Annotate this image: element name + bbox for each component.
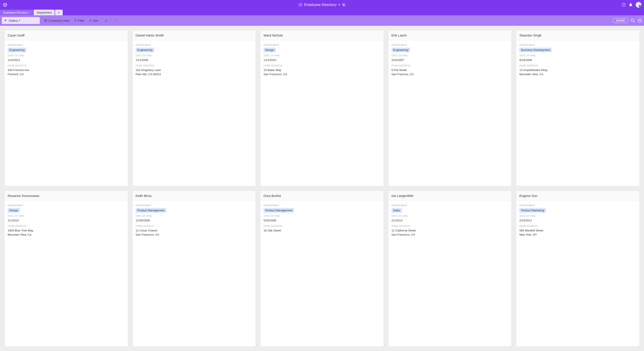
help-icon[interactable]: ? [622,3,626,7]
field-date-of-hire: DATE OF HIRE 2/1/2013 [4,213,128,223]
field-label: DATE OF HIRE [8,215,125,217]
card-body: DEPARTMENT Product Management DATE OF HI… [260,201,384,237]
field-label: HOME ADDRESS [8,225,125,227]
field-label: DATE OF HIRE [136,215,253,217]
field-department: DEPARTMENT Business Development [516,42,640,52]
field-label: HOME ADDRESS [136,65,253,67]
field-date-of-hire: DATE OF HIRE 2/15/2012 [516,213,640,223]
field-department: DEPARTMENT Product Management [132,202,256,213]
record-card[interactable]: Ward Nichols DEPARTMENT Design DATE OF H… [260,30,384,186]
field-value: 2/1/2013 [392,219,508,223]
app-logo[interactable] [2,3,8,7]
field-value: 12/30/2006 [136,219,253,223]
field-date-of-hire: DATE OF HIRE 1/11/2005 [132,52,256,62]
record-card[interactable]: Dora Burket DEPARTMENT Product Managemen… [260,191,384,347]
info-icon[interactable]: i [342,3,346,7]
chevron-down-icon [338,4,340,6]
field-value: 192 Kingsbury Lane Palo Alto, CA 94323 [136,68,253,77]
tab-employee-directory[interactable]: Employee Directory ▾ [0,10,33,15]
history-icon[interactable] [638,18,642,23]
field-value: 12 Cesar Chavez San Francisco, CA [136,229,253,237]
card-body: DEPARTMENT Product Marketing DATE OF HIR… [516,201,640,241]
field-label: DEPARTMENT [136,204,253,207]
view-name: Gallery 7 [9,19,20,22]
department-pill: Engineering [136,48,154,52]
department-pill: Product Management [264,208,294,213]
avatar[interactable] [636,2,642,8]
field-value: 2/1/2013 [8,219,125,223]
field-date-of-hire: DATE OF HIRE 2/1/2013 [388,213,512,223]
tab-label: Department [37,11,52,14]
record-card[interactable]: Caryn Graff DEPARTMENT Engineering DATE … [4,30,128,186]
record-card[interactable]: Keith Birza DEPARTMENT Product Managemen… [132,191,256,347]
field-label: HOME ADDRESS [519,65,636,67]
field-value: 1900 Blue Tree Way Mountain View, Ca [8,229,125,237]
tab-department[interactable]: Department [34,10,54,15]
department-pill: Sales [392,208,402,213]
field-label: DEPARTMENT [8,204,125,207]
svg-text:?: ? [623,4,624,6]
field-label: DEPARTMENT [264,204,380,207]
field-label: HOME ADDRESS [519,225,636,227]
divider [111,18,111,23]
filter-icon [74,19,77,22]
button-label: Filter [78,19,84,22]
field-home-address: HOME ADDRESS 16 Oak Street [260,223,384,233]
record-card[interactable]: Ina Langenfeld DEPARTMENT Sales DATE OF … [388,191,512,347]
field-label: DEPARTMENT [392,204,508,207]
field-label: DATE OF HIRE [264,55,380,57]
department-pill: Product Marketing [519,208,546,213]
record-card[interactable]: Eugene Sun DEPARTMENT Product Marketing … [516,191,640,347]
record-card[interactable]: Sharolyn Singh DEPARTMENT Business Devel… [516,30,640,186]
view-switcher[interactable]: Gallery 7 [2,17,40,24]
customize-cards-button[interactable]: Customize cards [42,17,72,24]
field-label: DATE OF HIRE [519,215,636,217]
more-options-button[interactable] [112,17,120,24]
filter-button[interactable]: Filter [72,17,87,24]
svg-point-7 [116,20,117,21]
record-card[interactable]: Daniel Hantz-Smith DEPARTMENT Engineerin… [132,30,256,186]
chevron-down-icon [4,20,6,22]
field-label: DEPARTMENT [519,204,636,207]
field-value: 13 Amphitheatre Pkwy Mountain View, CA [519,68,636,77]
field-department: DEPARTMENT Design [4,202,128,213]
record-card[interactable]: Erik Lasch DEPARTMENT Engineering DATE O… [388,30,512,186]
add-table-button[interactable]: ＋ [55,10,63,15]
cards-icon [44,19,47,22]
field-home-address: HOME ADDRESS 15 Baker Way San Francisco,… [260,62,384,77]
bell-icon[interactable] [629,3,633,7]
divider [101,18,102,23]
field-label: DEPARTMENT [392,44,508,46]
base-title-area[interactable]: Employee Directory i [298,3,345,7]
card-body: DEPARTMENT Engineering DATE OF HIRE 1/11… [132,41,256,80]
field-label: DEPARTMENT [264,44,380,46]
field-value: 595 Westfell Street New York, NY [519,229,636,237]
share-button[interactable]: SHARE [613,18,628,23]
card-body: DEPARTMENT Engineering DATE OF HIRE 1/23… [4,41,128,80]
field-department: DEPARTMENT Sales [388,202,512,213]
field-home-address: HOME ADDRESS 192 Kingsbury Lane Palo Alt… [132,62,256,77]
field-label: HOME ADDRESS [136,225,253,227]
plus-icon: ＋ [57,11,60,15]
chevron-down-icon: ▾ [29,11,30,14]
dots-icon [114,19,118,22]
field-value: 8/24/2009 [519,58,636,62]
field-label: DATE OF HIRE [264,215,380,217]
share-export-button[interactable] [102,17,110,24]
department-pill: Business Development [519,48,552,52]
card-title: Daniel Hantz-Smith [132,30,256,41]
field-value: 16 Oak Street [264,229,380,233]
card-body: DEPARTMENT Design DATE OF HIRE 2/1/2013 … [4,201,128,241]
field-label: DATE OF HIRE [519,55,636,57]
sort-button[interactable]: Sort [87,17,100,24]
record-card[interactable]: Roxanne Durousseau DEPARTMENT Design DAT… [4,191,128,347]
field-value: 5/30/2008 [264,219,380,223]
card-body: DEPARTMENT Engineering DATE OF HIRE 3/15… [388,41,512,80]
field-department: DEPARTMENT Product Marketing [516,202,640,213]
field-label: DEPARTMENT [8,44,125,46]
table-tabs: Employee Directory ▾ Department ＋ [0,10,644,15]
card-title: Erik Lasch [388,30,512,41]
search-icon[interactable] [630,18,635,23]
box-icon [2,3,8,7]
card-title: Dora Burket [260,191,384,201]
